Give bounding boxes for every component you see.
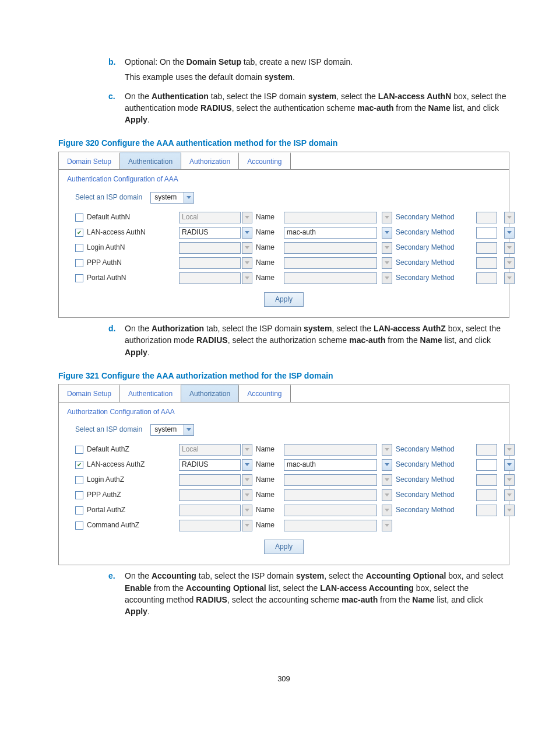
- chevron-down-icon: [382, 444, 392, 456]
- secondary-method-input: [476, 212, 497, 223]
- name-input: [284, 272, 377, 284]
- text: RADIUS: [196, 335, 228, 345]
- row-label: Portal AuthN: [75, 273, 174, 283]
- text: Apply: [125, 348, 147, 357]
- checkbox[interactable]: [75, 446, 83, 454]
- name-column-label: Name: [256, 273, 279, 283]
- chevron-down-icon[interactable]: [242, 227, 252, 239]
- tab-authentication[interactable]: Authentication: [120, 152, 181, 169]
- checkbox[interactable]: ✔: [75, 229, 83, 237]
- chevron-down-icon: [242, 489, 252, 501]
- secondary-method-input: [476, 242, 497, 254]
- chevron-down-icon: [382, 520, 392, 531]
- mode-input[interactable]: RADIUS: [179, 227, 241, 239]
- text: LAN-access AuthZ: [374, 324, 446, 333]
- checkbox[interactable]: [75, 244, 83, 252]
- text: Domain Setup: [186, 57, 241, 66]
- text: Name: [412, 595, 434, 604]
- checkbox[interactable]: [75, 214, 83, 222]
- secondary-method-input: [476, 489, 497, 501]
- text: , select the authentication scheme: [232, 103, 358, 113]
- secondary-method-label: Secondary Method: [396, 505, 471, 515]
- chevron-down-icon: [242, 212, 252, 223]
- tab-authentication[interactable]: Authentication: [120, 384, 181, 401]
- checkbox[interactable]: ✔: [75, 461, 83, 469]
- name-column-label: Name: [256, 444, 279, 454]
- chevron-down-icon[interactable]: [504, 227, 515, 239]
- tab-domain-setup[interactable]: Domain Setup: [59, 384, 120, 401]
- tab-domain-setup[interactable]: Domain Setup: [59, 152, 120, 169]
- secondary-method-label: Secondary Method: [396, 212, 471, 222]
- secondary-method-input[interactable]: [476, 227, 497, 239]
- secondary-method-input[interactable]: [476, 459, 497, 471]
- name-column-label: Name: [256, 475, 279, 485]
- chevron-down-icon[interactable]: [382, 459, 392, 471]
- tab-authorization[interactable]: Authorization: [181, 152, 239, 169]
- chevron-down-icon[interactable]: [242, 459, 252, 471]
- chevron-down-icon: [242, 520, 252, 531]
- row-label: ✔LAN-access AuthZ: [75, 460, 174, 470]
- text: .: [147, 115, 150, 124]
- secondary-method-label: Secondary Method: [396, 444, 471, 454]
- chevron-down-icon: [242, 505, 252, 516]
- name-input: [284, 212, 377, 223]
- name-column-label: Name: [256, 212, 279, 222]
- text: from the: [385, 335, 420, 345]
- chevron-down-icon: [382, 257, 392, 269]
- row-label: Login AuthN: [75, 243, 174, 253]
- chevron-down-icon: [504, 444, 515, 456]
- tab-accounting[interactable]: Accounting: [239, 384, 290, 401]
- text: list, and click: [435, 595, 483, 604]
- mode-input[interactable]: RADIUS: [179, 459, 241, 471]
- checkbox[interactable]: [75, 259, 83, 267]
- step-c: c. On the Authentication tab, select the…: [108, 90, 509, 130]
- name-input[interactable]: mac-auth: [284, 459, 377, 471]
- text: tab, select the ISP domain: [204, 324, 304, 333]
- text: , select the authorization scheme: [228, 335, 350, 345]
- name-input: [284, 520, 377, 531]
- checkbox[interactable]: [75, 476, 83, 484]
- chevron-down-icon: [242, 272, 252, 284]
- checkbox[interactable]: [75, 506, 83, 514]
- text: mac-auth: [357, 103, 393, 113]
- text: list, and click: [451, 103, 499, 113]
- text: from the: [393, 103, 428, 113]
- chevron-down-icon: [382, 272, 392, 284]
- chevron-down-icon[interactable]: [382, 227, 392, 239]
- isp-domain-select[interactable]: system: [150, 192, 194, 204]
- mode-input: [179, 257, 241, 269]
- tab-authorization[interactable]: Authorization: [181, 384, 239, 401]
- chevron-down-icon: [242, 444, 252, 456]
- chevron-down-icon: [504, 272, 515, 284]
- secondary-method-label: Secondary Method: [396, 490, 471, 500]
- checkbox[interactable]: [75, 274, 83, 282]
- checkbox[interactable]: [75, 522, 83, 530]
- secondary-method-label: Secondary Method: [396, 228, 471, 237]
- checkbox[interactable]: [75, 491, 83, 499]
- name-input: [284, 505, 377, 516]
- text: .: [293, 72, 295, 82]
- secondary-method-input: [476, 474, 497, 486]
- text: Authentication: [152, 92, 209, 101]
- apply-button[interactable]: Apply: [264, 540, 304, 554]
- text: LAN-access Accounting: [320, 583, 414, 593]
- text: tab, create a new ISP domain.: [241, 57, 353, 66]
- isp-domain-select[interactable]: system: [150, 424, 194, 436]
- tabs: Domain Setup Authentication Authorizatio…: [59, 384, 509, 402]
- secondary-method-input: [476, 257, 497, 269]
- name-column-label: Name: [256, 243, 279, 253]
- row-label: Portal AuthZ: [75, 505, 174, 515]
- isp-domain-value: system: [151, 425, 184, 435]
- figure-320-caption: Figure 320 Configure the AAA authenticat…: [58, 137, 509, 149]
- tab-accounting[interactable]: Accounting: [239, 152, 290, 169]
- isp-domain-value: system: [151, 192, 184, 202]
- name-input[interactable]: mac-auth: [284, 227, 377, 239]
- mode-input: Local: [179, 212, 241, 223]
- secondary-method-label: Secondary Method: [396, 475, 471, 485]
- text: mac-auth: [342, 595, 378, 604]
- name-column-label: Name: [256, 490, 279, 500]
- chevron-down-icon[interactable]: [504, 459, 515, 471]
- text: from the: [152, 583, 186, 593]
- apply-button[interactable]: Apply: [264, 292, 304, 307]
- text: , select the: [324, 571, 366, 580]
